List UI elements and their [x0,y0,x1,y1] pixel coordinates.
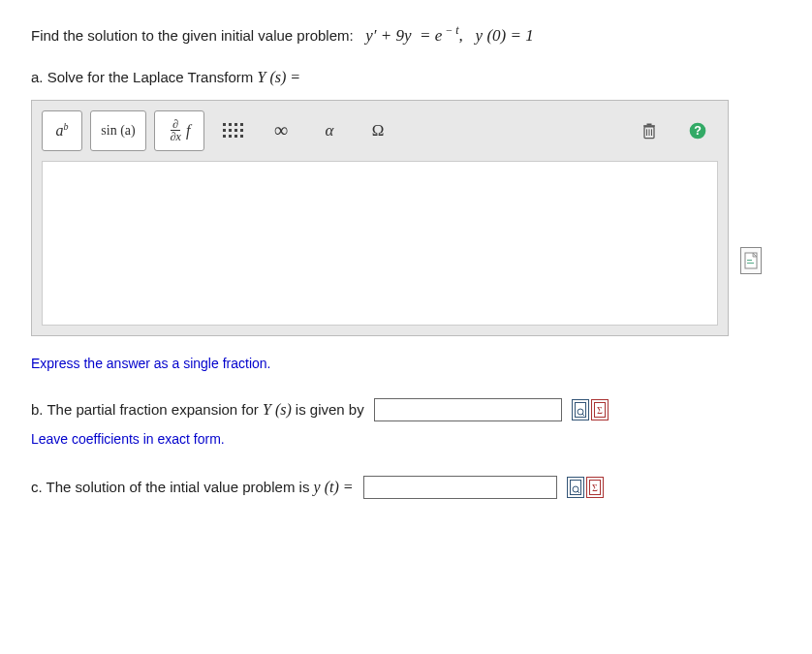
preview-c-button[interactable] [567,477,584,498]
problem-equation: y′ + 9y = e − t, y (0) = 1 [365,26,533,45]
infinity-button[interactable]: ∞ [261,110,301,151]
equation-input-area[interactable] [42,161,718,326]
part-c-input[interactable] [363,476,557,499]
part-b-row: b. The partial fraction expansion for Y … [31,398,781,421]
svg-rect-5 [647,123,652,125]
part-c-row: c. The solution of the intial value prob… [31,476,781,499]
editor-toolbar: ab sin (a) ∂ ∂x f ∞ α Ω [32,101,728,161]
preview-b-button[interactable] [572,399,589,420]
part-a-label: a. Solve for the Laplace Transform Y (s)… [31,69,781,86]
exponent-button[interactable]: ab [42,110,82,151]
part-b-label: b. The partial fraction expansion for Y … [31,401,364,419]
preview-icon [570,480,581,495]
equation-editor: ab sin (a) ∂ ∂x f ∞ α Ω [31,100,729,336]
problem-prefix: Find the solution to the given initial v… [31,27,354,44]
part-a-func: Y (s) = [257,69,300,85]
dots-icon [223,123,243,138]
trig-button[interactable]: sin (a) [90,110,146,151]
problem-statement: Find the solution to the given initial v… [31,23,781,46]
svg-rect-10 [747,263,754,264]
svg-text:?: ? [694,124,702,138]
help-icon: ? [688,121,707,140]
preview-icon [575,402,586,418]
document-icon [744,252,758,269]
help-button[interactable]: ? [677,110,718,151]
svg-text:Σ: Σ [592,483,598,493]
svg-rect-9 [747,260,752,261]
preview-button[interactable] [740,247,762,274]
part-b-hint: Leave coefficients in exact form. [31,431,781,447]
alpha-button[interactable]: α [309,110,350,151]
svg-rect-4 [643,125,655,127]
clear-button[interactable] [629,110,670,151]
derivative-button[interactable]: ∂ ∂x f [154,110,204,151]
part-b-input[interactable] [374,398,562,421]
keypad-button[interactable] [212,110,253,151]
trash-icon [640,121,659,140]
expand-c-button[interactable]: Σ [586,477,604,498]
svg-text:Σ: Σ [597,405,603,416]
part-a-hint: Express the answer as a single fraction. [31,356,781,371]
part-c-label: c. The solution of the intial value prob… [31,479,354,496]
expand-icon: Σ [589,480,601,495]
expand-icon: Σ [594,402,606,418]
expand-b-button[interactable]: Σ [591,399,609,420]
omega-button[interactable]: Ω [358,110,398,151]
